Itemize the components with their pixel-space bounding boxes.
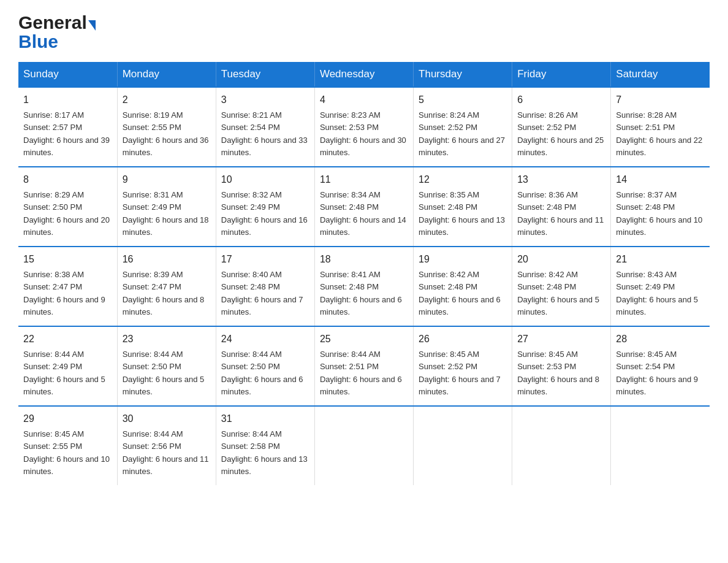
weekday-header-sunday: Sunday <box>18 62 117 87</box>
logo-general: General <box>18 12 87 33</box>
calendar-week-2: 8Sunrise: 8:29 AMSunset: 2:50 PMDaylight… <box>18 167 710 247</box>
calendar-week-4: 22Sunrise: 8:44 AMSunset: 2:49 PMDayligh… <box>18 326 710 406</box>
day-number: 17 <box>221 252 309 267</box>
calendar-cell: 27Sunrise: 8:45 AMSunset: 2:53 PMDayligh… <box>512 326 611 406</box>
calendar-cell: 5Sunrise: 8:24 AMSunset: 2:52 PMDaylight… <box>414 87 512 167</box>
calendar-cell: 19Sunrise: 8:42 AMSunset: 2:48 PMDayligh… <box>414 247 512 326</box>
day-info: Sunrise: 8:39 AMSunset: 2:47 PMDaylight:… <box>123 270 205 316</box>
calendar-cell: 29Sunrise: 8:45 AMSunset: 2:55 PMDayligh… <box>18 406 117 485</box>
day-info: Sunrise: 8:42 AMSunset: 2:48 PMDaylight:… <box>517 270 599 316</box>
day-number: 12 <box>419 172 507 187</box>
day-number: 11 <box>320 172 408 187</box>
day-number: 3 <box>221 93 309 107</box>
day-number: 10 <box>221 172 309 187</box>
calendar-cell <box>414 406 512 485</box>
calendar-cell: 24Sunrise: 8:44 AMSunset: 2:50 PMDayligh… <box>216 326 314 406</box>
weekday-header-saturday: Saturday <box>611 62 710 87</box>
weekday-header-tuesday: Tuesday <box>216 62 314 87</box>
day-number: 30 <box>123 412 211 426</box>
calendar-cell: 8Sunrise: 8:29 AMSunset: 2:50 PMDaylight… <box>18 167 117 247</box>
day-number: 4 <box>320 93 408 107</box>
calendar-cell: 9Sunrise: 8:31 AMSunset: 2:49 PMDaylight… <box>117 167 216 247</box>
day-number: 5 <box>419 93 507 107</box>
day-info: Sunrise: 8:17 AMSunset: 2:57 PMDaylight:… <box>23 110 110 157</box>
weekday-header-monday: Monday <box>117 62 216 87</box>
day-info: Sunrise: 8:26 AMSunset: 2:52 PMDaylight:… <box>517 110 604 157</box>
day-info: Sunrise: 8:29 AMSunset: 2:50 PMDaylight:… <box>23 190 110 237</box>
calendar-cell: 15Sunrise: 8:38 AMSunset: 2:47 PMDayligh… <box>18 247 117 326</box>
calendar-cell: 7Sunrise: 8:28 AMSunset: 2:51 PMDaylight… <box>611 87 710 167</box>
calendar-cell: 22Sunrise: 8:44 AMSunset: 2:49 PMDayligh… <box>18 326 117 406</box>
day-number: 6 <box>517 93 605 107</box>
day-info: Sunrise: 8:35 AMSunset: 2:48 PMDaylight:… <box>419 190 505 237</box>
day-info: Sunrise: 8:45 AMSunset: 2:54 PMDaylight:… <box>616 350 698 396</box>
calendar-cell: 20Sunrise: 8:42 AMSunset: 2:48 PMDayligh… <box>512 247 611 326</box>
day-info: Sunrise: 8:44 AMSunset: 2:50 PMDaylight:… <box>221 350 303 396</box>
weekday-header-friday: Friday <box>512 62 611 87</box>
day-info: Sunrise: 8:40 AMSunset: 2:48 PMDaylight:… <box>221 270 303 316</box>
day-number: 25 <box>320 332 408 347</box>
day-number: 21 <box>616 252 705 267</box>
calendar-header: SundayMondayTuesdayWednesdayThursdayFrid… <box>18 62 710 87</box>
calendar-cell: 10Sunrise: 8:32 AMSunset: 2:49 PMDayligh… <box>216 167 314 247</box>
day-number: 28 <box>616 332 705 347</box>
logo: General Blue <box>18 12 96 50</box>
day-info: Sunrise: 8:21 AMSunset: 2:54 PMDaylight:… <box>221 110 308 157</box>
day-info: Sunrise: 8:24 AMSunset: 2:52 PMDaylight:… <box>419 110 505 157</box>
day-info: Sunrise: 8:45 AMSunset: 2:55 PMDaylight:… <box>23 429 110 476</box>
day-number: 29 <box>23 412 112 426</box>
day-number: 15 <box>23 252 112 267</box>
calendar-cell: 1Sunrise: 8:17 AMSunset: 2:57 PMDaylight… <box>18 87 117 167</box>
day-info: Sunrise: 8:34 AMSunset: 2:48 PMDaylight:… <box>320 190 406 237</box>
calendar-cell: 23Sunrise: 8:44 AMSunset: 2:50 PMDayligh… <box>117 326 216 406</box>
day-info: Sunrise: 8:44 AMSunset: 2:51 PMDaylight:… <box>320 350 402 396</box>
calendar-cell: 3Sunrise: 8:21 AMSunset: 2:54 PMDaylight… <box>216 87 314 167</box>
day-info: Sunrise: 8:37 AMSunset: 2:48 PMDaylight:… <box>616 190 702 237</box>
calendar-cell: 14Sunrise: 8:37 AMSunset: 2:48 PMDayligh… <box>611 167 710 247</box>
page-header: General Blue <box>18 12 710 50</box>
day-number: 14 <box>616 172 705 187</box>
calendar-cell: 31Sunrise: 8:44 AMSunset: 2:58 PMDayligh… <box>216 406 314 485</box>
calendar-week-3: 15Sunrise: 8:38 AMSunset: 2:47 PMDayligh… <box>18 247 710 326</box>
calendar-cell: 30Sunrise: 8:44 AMSunset: 2:56 PMDayligh… <box>117 406 216 485</box>
calendar-cell: 26Sunrise: 8:45 AMSunset: 2:52 PMDayligh… <box>414 326 512 406</box>
day-info: Sunrise: 8:45 AMSunset: 2:53 PMDaylight:… <box>517 350 599 396</box>
calendar-body: 1Sunrise: 8:17 AMSunset: 2:57 PMDaylight… <box>18 87 710 485</box>
day-info: Sunrise: 8:31 AMSunset: 2:49 PMDaylight:… <box>123 190 209 237</box>
day-info: Sunrise: 8:36 AMSunset: 2:48 PMDaylight:… <box>517 190 604 237</box>
calendar-cell: 6Sunrise: 8:26 AMSunset: 2:52 PMDaylight… <box>512 87 611 167</box>
calendar-week-1: 1Sunrise: 8:17 AMSunset: 2:57 PMDaylight… <box>18 87 710 167</box>
day-info: Sunrise: 8:41 AMSunset: 2:48 PMDaylight:… <box>320 270 402 316</box>
calendar-cell <box>512 406 611 485</box>
calendar-week-5: 29Sunrise: 8:45 AMSunset: 2:55 PMDayligh… <box>18 406 710 485</box>
day-number: 1 <box>23 93 112 107</box>
day-info: Sunrise: 8:43 AMSunset: 2:49 PMDaylight:… <box>616 270 698 316</box>
calendar-cell: 16Sunrise: 8:39 AMSunset: 2:47 PMDayligh… <box>117 247 216 326</box>
day-number: 26 <box>419 332 507 347</box>
day-info: Sunrise: 8:45 AMSunset: 2:52 PMDaylight:… <box>419 350 501 396</box>
day-number: 24 <box>221 332 309 347</box>
calendar-cell: 11Sunrise: 8:34 AMSunset: 2:48 PMDayligh… <box>314 167 413 247</box>
day-number: 20 <box>517 252 605 267</box>
day-info: Sunrise: 8:28 AMSunset: 2:51 PMDaylight:… <box>616 110 702 157</box>
calendar-cell <box>611 406 710 485</box>
day-info: Sunrise: 8:23 AMSunset: 2:53 PMDaylight:… <box>320 110 406 157</box>
calendar-cell: 13Sunrise: 8:36 AMSunset: 2:48 PMDayligh… <box>512 167 611 247</box>
day-info: Sunrise: 8:44 AMSunset: 2:58 PMDaylight:… <box>221 429 308 476</box>
calendar-cell: 18Sunrise: 8:41 AMSunset: 2:48 PMDayligh… <box>314 247 413 326</box>
calendar-cell: 25Sunrise: 8:44 AMSunset: 2:51 PMDayligh… <box>314 326 413 406</box>
day-number: 18 <box>320 252 408 267</box>
day-number: 8 <box>23 172 112 187</box>
logo-blue: Blue <box>18 33 58 50</box>
day-number: 13 <box>517 172 605 187</box>
day-number: 9 <box>123 172 211 187</box>
day-number: 23 <box>123 332 211 347</box>
day-number: 7 <box>616 93 705 107</box>
day-number: 31 <box>221 412 309 426</box>
day-info: Sunrise: 8:19 AMSunset: 2:55 PMDaylight:… <box>123 110 209 157</box>
calendar-table: SundayMondayTuesdayWednesdayThursdayFrid… <box>18 62 710 485</box>
day-number: 22 <box>23 332 112 347</box>
day-number: 16 <box>123 252 211 267</box>
day-number: 27 <box>517 332 605 347</box>
day-number: 2 <box>123 93 211 107</box>
